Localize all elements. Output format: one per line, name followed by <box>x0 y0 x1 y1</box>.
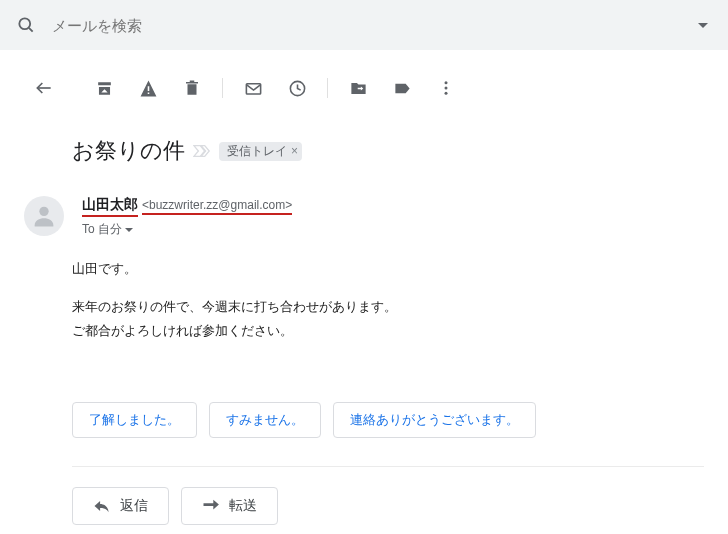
recipient-text: To 自分 <box>82 221 122 238</box>
reply-button[interactable]: 返信 <box>72 487 169 525</box>
more-icon[interactable] <box>426 68 466 108</box>
labels-icon[interactable] <box>382 68 422 108</box>
forward-label: 転送 <box>229 497 257 515</box>
inbox-label-chip[interactable]: 受信トレイ × <box>219 142 302 161</box>
inbox-label-text: 受信トレイ <box>227 143 287 160</box>
divider <box>72 466 704 467</box>
sender-email: <buzzwriter.zz@gmail.com> <box>142 198 292 215</box>
toolbar-separator <box>222 78 223 98</box>
report-spam-icon[interactable] <box>128 68 168 108</box>
toolbar-separator <box>327 78 328 98</box>
snooze-icon[interactable] <box>277 68 317 108</box>
smart-reply-1[interactable]: 了解しました。 <box>72 402 197 438</box>
svg-point-5 <box>445 81 448 84</box>
subject-row: お祭りの件 受信トレイ × <box>72 136 704 166</box>
smart-reply-3[interactable]: 連絡ありがとうございます。 <box>333 402 536 438</box>
delete-icon[interactable] <box>172 68 212 108</box>
svg-line-1 <box>29 28 33 32</box>
sender-name: 山田太郎 <box>82 196 138 217</box>
reply-icon <box>93 499 110 513</box>
avatar <box>24 196 64 236</box>
message-content: お祭りの件 受信トレイ × 山田太郎 <buzzwriter.zz@gmail.… <box>0 136 728 525</box>
back-icon[interactable] <box>24 68 64 108</box>
svg-point-0 <box>19 18 30 29</box>
search-input[interactable] <box>52 17 712 34</box>
message-header: 山田太郎 <buzzwriter.zz@gmail.com> To 自分 <box>24 196 704 238</box>
move-to-icon[interactable] <box>338 68 378 108</box>
body-line: ご都合がよろしければ参加ください。 <box>72 320 704 342</box>
remove-label-icon[interactable]: × <box>291 144 298 158</box>
smart-reply-2[interactable]: すみません。 <box>209 402 321 438</box>
svg-point-6 <box>445 87 448 90</box>
importance-icon[interactable] <box>193 144 211 158</box>
smart-replies: 了解しました。 すみません。 連絡ありがとうございます。 <box>72 402 704 438</box>
reply-label: 返信 <box>120 497 148 515</box>
archive-icon[interactable] <box>84 68 124 108</box>
mark-unread-icon[interactable] <box>233 68 273 108</box>
svg-point-8 <box>39 207 48 216</box>
recipient-row[interactable]: To 自分 <box>82 221 292 238</box>
sender-row: 山田太郎 <buzzwriter.zz@gmail.com> <box>82 196 292 217</box>
search-icon <box>16 15 36 35</box>
subject-text: お祭りの件 <box>72 136 185 166</box>
action-buttons: 返信 転送 <box>72 487 704 525</box>
toolbar <box>0 50 728 126</box>
forward-icon <box>202 499 219 513</box>
search-bar <box>0 0 728 50</box>
body-line: 山田です。 <box>72 258 704 280</box>
forward-button[interactable]: 転送 <box>181 487 278 525</box>
svg-point-7 <box>445 92 448 95</box>
search-options-dropdown[interactable] <box>698 23 708 28</box>
chevron-down-icon <box>125 228 133 232</box>
message-body: 山田です。 来年のお祭りの件で、今週末に打ち合わせがあります。 ご都合がよろしけ… <box>72 258 704 342</box>
body-line: 来年のお祭りの件で、今週末に打ち合わせがあります。 <box>72 296 704 318</box>
